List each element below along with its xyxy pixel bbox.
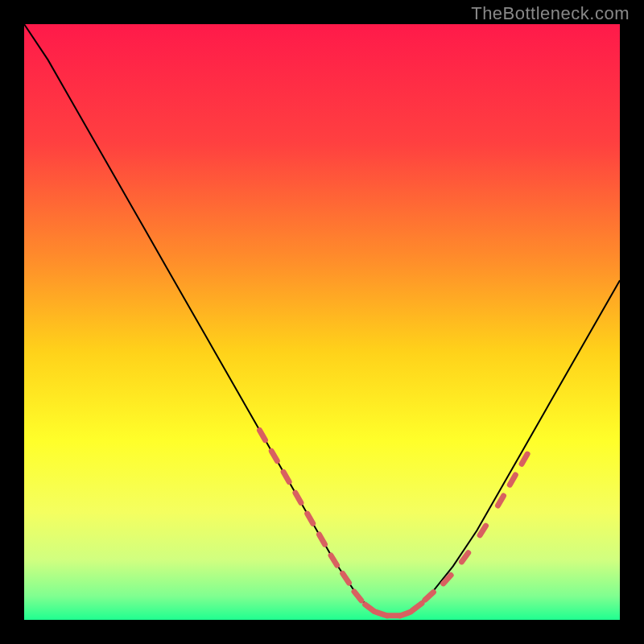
watermark-text: TheBottleneck.com [471, 3, 630, 24]
gradient-background [24, 24, 620, 620]
chart-plot-area [24, 24, 620, 620]
marker-dash [400, 612, 411, 616]
chart-svg [24, 24, 620, 620]
